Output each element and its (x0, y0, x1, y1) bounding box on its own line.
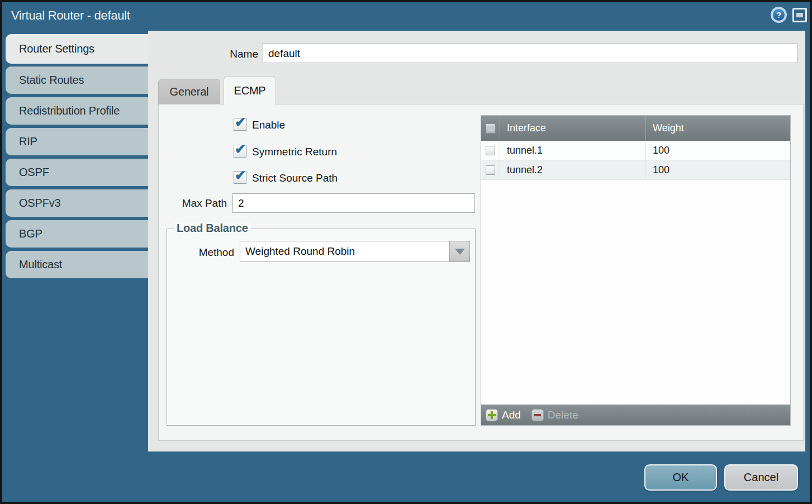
enable-checkbox[interactable] (234, 118, 246, 131)
weight-cell: 100 (646, 164, 790, 176)
table-footer-toolbar: Add Delete (481, 405, 790, 425)
weight-column-header: Weight (646, 122, 790, 134)
sidebar-item-redistribution-profile[interactable]: Redistribution Profile (6, 97, 148, 125)
help-icon[interactable]: ? (771, 7, 787, 23)
tab-ecmp[interactable]: ECMP (224, 76, 276, 105)
restore-window-icon[interactable] (792, 8, 807, 22)
strict-source-path-checkbox[interactable] (234, 171, 246, 184)
table-header-row: Interface Weight (481, 116, 790, 141)
max-path-input[interactable] (232, 193, 475, 213)
table-row[interactable]: tunnel.1 100 (481, 141, 790, 160)
sidebar-item-ospf[interactable]: OSPF (6, 159, 148, 186)
help-icon-glyph: ? (773, 9, 785, 21)
name-input[interactable] (263, 44, 798, 63)
header-checkbox-cell (481, 116, 500, 141)
sidebar-item-rip[interactable]: RIP (6, 128, 148, 155)
method-dropdown-button[interactable] (449, 241, 469, 261)
enable-label: Enable (252, 119, 285, 131)
interface-cell: tunnel.1 (500, 141, 646, 160)
select-all-checkbox[interactable] (486, 123, 496, 134)
restore-window-icon-inner (796, 13, 803, 17)
tab-general[interactable]: General (158, 79, 220, 104)
sidebar-item-bgp[interactable]: BGP (6, 220, 148, 248)
ecmp-panel: Enable Symmetric Return Strict Source Pa… (158, 104, 804, 441)
interface-table: Interface Weight tunnel.1 100 tunnel.2 1… (481, 115, 791, 426)
max-path-label: Max Path (169, 197, 227, 210)
interface-column-header: Interface (500, 116, 646, 141)
table-empty-area (481, 180, 790, 405)
method-label: Method (187, 246, 234, 259)
load-balance-legend: Load Balance (174, 222, 251, 235)
delete-button[interactable]: Delete (548, 409, 578, 421)
virtual-router-dialog: Virtual Router - default ? Router Settin… (0, 0, 812, 504)
cancel-button[interactable]: Cancel (724, 464, 798, 491)
dialog-title: Virtual Router - default (11, 8, 130, 23)
add-icon[interactable] (486, 409, 498, 421)
method-dropdown[interactable]: Weighted Round Robin (240, 241, 470, 262)
row-checkbox-cell (481, 141, 500, 160)
delete-icon[interactable] (531, 409, 544, 421)
symmetric-return-checkbox[interactable] (234, 145, 246, 158)
row-checkbox[interactable] (486, 165, 495, 175)
chevron-down-icon (455, 249, 465, 255)
interface-cell: tunnel.2 (500, 160, 646, 179)
row-checkbox[interactable] (486, 146, 495, 155)
row-checkbox-cell (481, 160, 500, 179)
ok-button[interactable]: OK (644, 464, 717, 491)
name-label: Name (187, 48, 258, 60)
strict-source-path-label: Strict Source Path (252, 172, 338, 184)
add-button[interactable]: Add (502, 409, 521, 421)
weight-cell: 100 (646, 145, 790, 156)
method-selected-value: Weighted Round Robin (245, 241, 355, 261)
sidebar-item-static-routes[interactable]: Static Routes (6, 66, 148, 94)
sidebar-item-router-settings[interactable]: Router Settings (6, 34, 148, 64)
sidebar-item-multicast[interactable]: Multicast (6, 251, 148, 278)
load-balance-group: Load Balance Method Weighted Round Robin (167, 229, 476, 426)
symmetric-return-label: Symmetric Return (252, 146, 337, 158)
table-row[interactable]: tunnel.2 100 (481, 160, 790, 180)
sidebar-item-ospfv3[interactable]: OSPFv3 (6, 189, 148, 217)
